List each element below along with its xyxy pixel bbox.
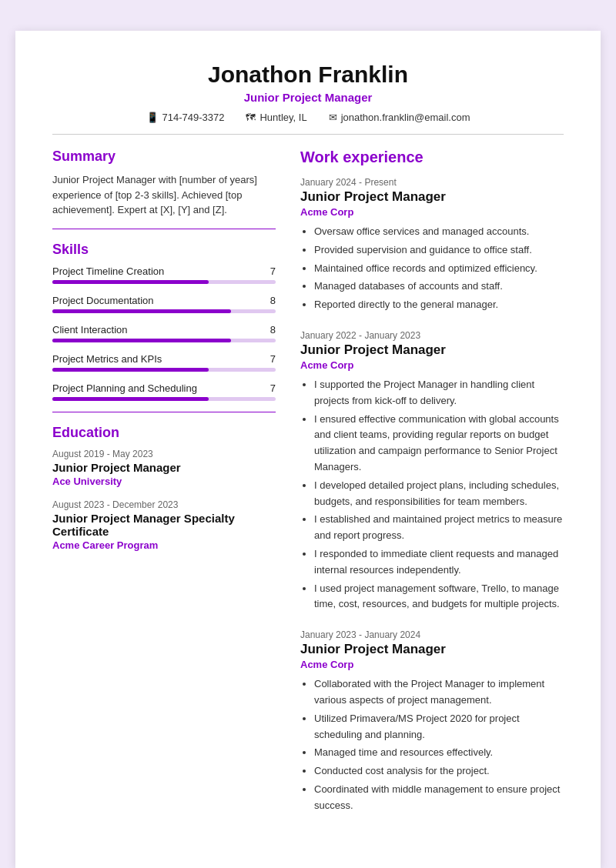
skill-bar-bg — [52, 368, 276, 372]
skill-name: Project Timeline Creation — [52, 265, 164, 277]
resume-container: Jonathon Franklin Junior Project Manager… — [15, 31, 601, 868]
skill-bar-bg — [52, 339, 276, 342]
edu-date: August 2019 - May 2023 — [52, 449, 276, 459]
edu-degree: Junior Project Manager Specialty Certifi… — [52, 512, 276, 538]
work-bullet: I used project management software, Trel… — [314, 581, 564, 613]
skill-name: Project Documentation — [52, 295, 154, 306]
skill-item: Project Documentation 8 — [52, 295, 276, 313]
work-item: January 2023 - January 2024 Junior Proje… — [300, 629, 564, 813]
right-column: Work experience January 2024 - Present J… — [300, 149, 564, 831]
summary-divider — [52, 229, 276, 229]
work-bullet: Utilized Primavera/MS Project 2020 for p… — [314, 711, 564, 743]
left-column: Summary Junior Project Manager with [num… — [52, 149, 276, 831]
education-item: August 2023 - December 2023 Junior Proje… — [52, 499, 276, 551]
work-experience-section-title: Work experience — [300, 149, 564, 166]
skills-divider — [52, 412, 276, 412]
resume-header: Jonathon Franklin Junior Project Manager… — [52, 62, 564, 123]
work-bullet: Managed time and resources effectively. — [314, 745, 564, 761]
skill-score: 8 — [270, 324, 276, 336]
work-bullet: I established and maintained project met… — [314, 512, 564, 544]
education-item: August 2019 - May 2023 Junior Project Ma… — [52, 449, 276, 487]
email-icon: ✉ — [329, 112, 337, 123]
work-company: Acme Corp — [300, 206, 564, 218]
skill-bar-fill — [52, 280, 209, 284]
edu-date: August 2023 - December 2023 — [52, 499, 276, 510]
edu-institution: Acme Career Program — [52, 539, 276, 551]
summary-text: Junior Project Manager with [number of y… — [52, 172, 276, 218]
skill-score: 8 — [270, 295, 276, 306]
work-bullets: Oversaw office services and managed acco… — [300, 224, 564, 313]
work-company: Acme Corp — [300, 659, 564, 670]
location-text: Huntley, IL — [259, 112, 306, 123]
work-bullet: Coordinated with middle management to en… — [314, 782, 564, 814]
work-date: January 2022 - January 2023 — [300, 330, 564, 341]
skill-bar-fill — [52, 397, 209, 401]
skills-list: Project Timeline Creation 7 Project Docu… — [52, 265, 276, 401]
skill-item: Project Planning and Scheduling 7 — [52, 382, 276, 401]
skills-section-title: Skills — [52, 242, 276, 258]
skill-bar-bg — [52, 397, 276, 401]
work-role: Junior Project Manager — [300, 342, 564, 358]
edu-institution: Ace University — [52, 476, 276, 487]
skill-score: 7 — [270, 353, 276, 365]
skill-item: Project Metrics and KPIs 7 — [52, 353, 276, 372]
skill-bar-fill — [52, 339, 231, 342]
body-columns: Summary Junior Project Manager with [num… — [52, 149, 564, 831]
skill-score: 7 — [270, 382, 276, 394]
work-bullet: Managed databases of accounts and staff. — [314, 279, 564, 295]
work-bullet: Oversaw office services and managed acco… — [314, 224, 564, 240]
candidate-title: Junior Project Manager — [52, 91, 564, 104]
work-bullet: Maintained office records and optimized … — [314, 261, 564, 277]
location-icon: 🗺 — [246, 112, 256, 123]
phone-icon: 📱 — [146, 112, 159, 123]
work-bullets: I supported the Project Manager in handl… — [300, 377, 564, 613]
phone-contact: 📱 714-749-3372 — [146, 112, 225, 123]
work-bullet: I responded to immediate client requests… — [314, 546, 564, 579]
work-date: January 2024 - Present — [300, 177, 564, 188]
contact-row: 📱 714-749-3372 🗺 Huntley, IL ✉ jonathon.… — [52, 112, 564, 123]
skill-bar-bg — [52, 280, 276, 284]
work-bullet: Conducted cost analysis for the project. — [314, 763, 564, 780]
skill-item: Project Timeline Creation 7 — [52, 265, 276, 284]
work-bullet: I ensured effective communication with g… — [314, 412, 564, 476]
work-bullets: Collaborated with the Project Manager to… — [300, 676, 564, 813]
work-item: January 2024 - Present Junior Project Ma… — [300, 177, 564, 313]
work-date: January 2023 - January 2024 — [300, 629, 564, 640]
work-bullet: I developed detailed project plans, incl… — [314, 478, 564, 510]
location-contact: 🗺 Huntley, IL — [246, 112, 306, 123]
work-bullet: Collaborated with the Project Manager to… — [314, 676, 564, 709]
skill-item: Client Interaction 8 — [52, 324, 276, 342]
work-role: Junior Project Manager — [300, 189, 564, 205]
skill-bar-fill — [52, 368, 209, 372]
work-experience-list: January 2024 - Present Junior Project Ma… — [300, 177, 564, 814]
skill-name: Client Interaction — [52, 324, 128, 336]
work-bullet: Provided supervision and guidance to off… — [314, 242, 564, 259]
work-bullet: Reported directly to the general manager… — [314, 297, 564, 313]
skill-name: Project Planning and Scheduling — [52, 382, 197, 394]
work-bullet: I supported the Project Manager in handl… — [314, 377, 564, 409]
email-contact: ✉ jonathon.franklin@email.com — [329, 112, 470, 123]
work-role: Junior Project Manager — [300, 642, 564, 657]
summary-section-title: Summary — [52, 149, 276, 165]
email-text: jonathon.franklin@email.com — [341, 112, 470, 123]
work-company: Acme Corp — [300, 359, 564, 371]
education-section-title: Education — [52, 425, 276, 441]
candidate-name: Jonathon Franklin — [52, 62, 564, 88]
skill-bar-bg — [52, 309, 276, 313]
phone-number: 714-749-3372 — [162, 112, 225, 123]
skill-name: Project Metrics and KPIs — [52, 353, 162, 365]
edu-degree: Junior Project Manager — [52, 461, 276, 474]
skill-score: 7 — [270, 265, 276, 277]
skill-bar-fill — [52, 309, 231, 313]
work-item: January 2022 - January 2023 Junior Proje… — [300, 330, 564, 613]
header-divider — [52, 134, 564, 135]
education-list: August 2019 - May 2023 Junior Project Ma… — [52, 449, 276, 551]
